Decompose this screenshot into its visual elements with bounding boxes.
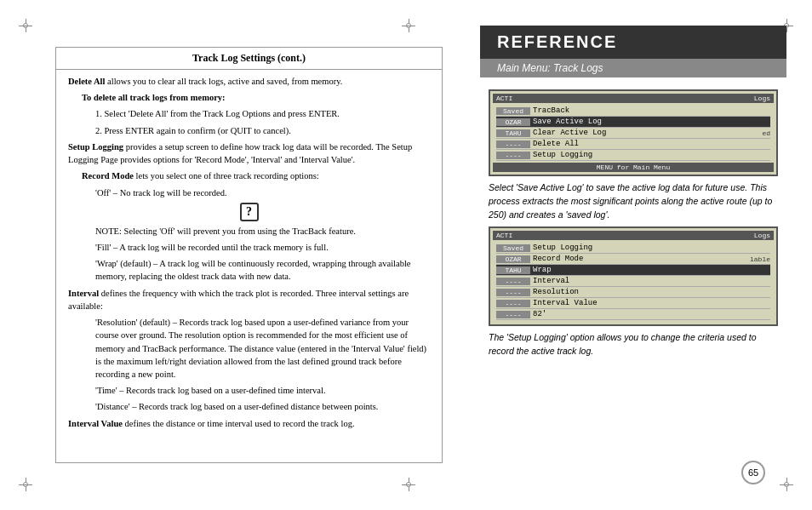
gps-row-deleteall: ---- Delete All <box>496 139 770 150</box>
interval-value-text: defines the distance or time interval us… <box>123 419 355 428</box>
gps-row2-setuplogging: Saved Setup Logging <box>496 243 770 254</box>
resolution-text: 'Resolution' (default) – Records track l… <box>95 316 430 381</box>
gps-screen-1: ACTI Logs Saved TracBack OZAR Save Activ… <box>489 89 778 176</box>
right-panel: REFERENCE Main Menu: Track Logs ACTI Log… <box>472 0 812 510</box>
gps-row2-wrap-left: TAHU <box>496 266 530 274</box>
left-panel: Track Log Settings (cont.) Delete All al… <box>55 47 443 463</box>
time-text: 'Time' – Records track log based on a us… <box>95 384 430 397</box>
panel-title: Track Log Settings (cont.) <box>56 48 442 70</box>
gps-row2-intervalvalue-left: ---- <box>496 300 530 307</box>
gps-row2-interval-menu: Interval <box>533 277 770 285</box>
interval-para: Interval defines the frequency with whic… <box>68 287 430 312</box>
note-text: NOTE: Selecting 'Off' will prevent you f… <box>95 225 430 238</box>
delete-all-para: Delete All allows you to clear all track… <box>68 75 430 88</box>
crosshair-top-left <box>19 19 32 32</box>
question-icon: ? <box>240 203 259 221</box>
gps-row-save-left: OZAR <box>496 118 530 126</box>
gps-row2-resolution: ---- Resolution <box>496 287 770 298</box>
gps-row-deleteall-menu: Delete All <box>533 140 770 148</box>
crosshair-top-mid <box>402 19 415 32</box>
gps-row2-interval-left: ---- <box>496 278 530 285</box>
gps-screen1-header: ACTI Logs <box>493 94 774 103</box>
gps-row2-wrap: TAHU Wrap ed <box>496 265 770 276</box>
gps-row-setuplogging-menu: Setup Logging <box>533 151 770 159</box>
gps-screen1-footer: MENU for Main Menu <box>493 163 774 172</box>
question-icon-container: ? <box>68 203 430 221</box>
wrap-text: 'Wrap' (default) – A track log will be c… <box>95 257 430 283</box>
gps-row2-resolution-left: ---- <box>496 289 530 296</box>
step1: 1. Select 'Delete All' from the Track Lo… <box>95 107 430 120</box>
gps-row2-wrap-menu: Wrap <box>533 266 758 274</box>
right-content: ACTI Logs Saved TracBack OZAR Save Activ… <box>472 77 786 370</box>
gps-screen2-header-left: ACTI <box>496 232 512 239</box>
gps-screen1-header-right: Logs <box>754 95 770 102</box>
interval-label: Interval <box>68 289 99 298</box>
gps-row2-resolution-menu: Resolution <box>533 288 770 296</box>
gps-screen-2: ACTI Logs Saved Setup Logging OZAR Recor… <box>489 226 778 326</box>
page-number: 65 <box>741 461 765 484</box>
distance-text: 'Distance' – Records track log based on … <box>95 400 430 413</box>
right-text-2: The 'Setup Logging' option allows you to… <box>489 331 778 358</box>
reference-header: REFERENCE <box>480 26 786 59</box>
interval-value-para: Interval Value defines the distance or t… <box>68 417 430 430</box>
off-text: 'Off' – No track log will be recorded. <box>95 186 430 199</box>
fill-text: 'Fill' – A track log will be recorded un… <box>95 241 430 254</box>
gps-screen2-body: Saved Setup Logging OZAR Record Mode lab… <box>493 241 774 322</box>
gps-row2-82-left: ---- <box>496 311 530 318</box>
gps-screen1-header-left: ACTI <box>496 95 512 102</box>
record-mode-para: Record Mode lets you select one of three… <box>82 169 430 182</box>
gps-row2-82-menu: 82' <box>533 310 770 318</box>
gps-row-setuplogging: ---- Setup Logging <box>496 150 770 161</box>
gps-row-tracback-left: Saved <box>496 107 530 115</box>
gps-row-save-menu: Save Active Log <box>533 117 746 126</box>
gps-row-clear: TAHU Clear Active Log ed <box>496 128 770 139</box>
gps-row-save: OZAR Save Active Log lable <box>496 117 770 128</box>
gps-row-clear-left: TAHU <box>496 129 530 137</box>
gps-row2-recordmode-menu: Record Mode <box>533 255 746 263</box>
gps-row2-82: ---- 82' <box>496 309 770 320</box>
gps-row2-recordmode-left: OZAR <box>496 255 530 263</box>
gps-row2-setuplogging-left: Saved <box>496 244 530 252</box>
panel-content: Delete All allows you to clear all track… <box>56 70 442 438</box>
crosshair-bot-mid <box>402 478 415 491</box>
delete-all-text: allows you to clear all track logs, acti… <box>105 77 342 86</box>
gps-row-tracback-menu: TracBack <box>533 106 770 115</box>
gps-screen2-header-right: Logs <box>754 232 770 239</box>
record-mode-text: lets you select one of three track recor… <box>134 171 319 181</box>
crosshair-bot-left <box>19 478 32 491</box>
delete-all-label: Delete All <box>68 77 105 86</box>
setup-logging-label: Setup Logging <box>68 142 123 152</box>
gps-row-tracback: Saved TracBack <box>496 106 770 117</box>
right-text-1: Select 'Save Active Log' to save the act… <box>489 181 778 221</box>
gps-row2-wrap-right: ed <box>762 266 770 274</box>
reference-subtitle: Main Menu: Track Logs <box>480 59 786 77</box>
gps-row2-intervalvalue-menu: Interval Value <box>533 299 770 307</box>
gps-row-save-right: lable <box>750 118 770 126</box>
step2: 2. Press ENTER again to confirm (or QUIT… <box>95 124 430 137</box>
gps-row-setuplogging-left: ---- <box>496 152 530 159</box>
gps-row2-recordmode: OZAR Record Mode lable <box>496 254 770 265</box>
gps-row2-intervalvalue: ---- Interval Value <box>496 298 770 309</box>
gps-row-deleteall-left: ---- <box>496 140 530 148</box>
gps-row2-recordmode-right: lable <box>750 255 770 263</box>
gps-row2-interval: ---- Interval <box>496 276 770 287</box>
gps-row-clear-menu: Clear Active Log <box>533 129 758 137</box>
interval-value-label: Interval Value <box>68 419 123 428</box>
interval-text: defines the frequency with which the tra… <box>68 289 409 311</box>
record-mode-label: Record Mode <box>82 171 134 181</box>
gps-row-clear-right: ed <box>762 129 770 137</box>
gps-screen2-header: ACTI Logs <box>493 231 774 240</box>
setup-logging-para: Setup Logging provides a setup screen to… <box>68 140 430 166</box>
delete-steps-header: To delete all track logs from memory: <box>82 91 430 104</box>
gps-screen1-body: Saved TracBack OZAR Save Active Log labl… <box>493 104 774 163</box>
gps-row2-setuplogging-menu: Setup Logging <box>533 244 770 252</box>
reference-title: REFERENCE <box>497 32 769 52</box>
